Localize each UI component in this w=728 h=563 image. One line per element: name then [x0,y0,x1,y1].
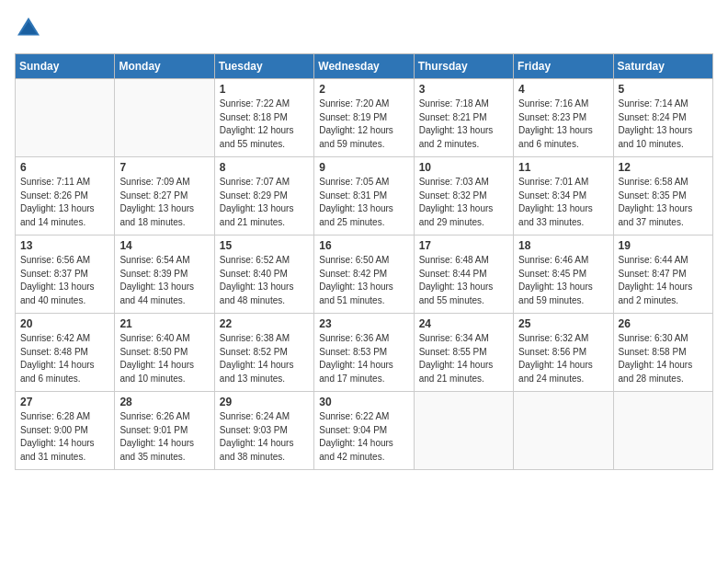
calendar-cell: 20Sunrise: 6:42 AM Sunset: 8:48 PM Dayli… [16,314,115,392]
calendar-cell [613,392,712,470]
day-number: 22 [220,317,309,330]
calendar-cell: 26Sunrise: 6:30 AM Sunset: 8:58 PM Dayli… [613,314,712,392]
day-number: 20 [20,317,109,330]
day-number: 7 [119,161,209,174]
calendar-cell: 28Sunrise: 6:26 AM Sunset: 9:01 PM Dayli… [115,392,214,470]
day-number: 16 [319,239,408,252]
logo [15,15,46,42]
day-number: 6 [20,161,109,174]
day-number: 9 [319,161,408,174]
day-info: Sunrise: 6:52 AM Sunset: 8:40 PM Dayligh… [220,254,309,307]
calendar-week-3: 20Sunrise: 6:42 AM Sunset: 8:48 PM Dayli… [16,314,713,392]
calendar-cell: 11Sunrise: 7:01 AM Sunset: 8:34 PM Dayli… [514,157,613,236]
calendar-cell: 6Sunrise: 7:11 AM Sunset: 8:26 PM Daylig… [16,157,115,236]
calendar-cell: 29Sunrise: 6:24 AM Sunset: 9:03 PM Dayli… [214,392,313,470]
day-number: 30 [319,396,408,408]
calendar-cell: 12Sunrise: 6:58 AM Sunset: 8:35 PM Dayli… [613,157,712,236]
day-number: 2 [319,83,408,96]
day-number: 8 [220,161,309,174]
col-header-monday: Monday [115,54,214,79]
calendar-cell: 2Sunrise: 7:20 AM Sunset: 8:19 PM Daylig… [314,79,414,157]
day-number: 1 [220,83,309,96]
day-info: Sunrise: 7:03 AM Sunset: 8:32 PM Dayligh… [419,176,508,229]
calendar-cell: 16Sunrise: 6:50 AM Sunset: 8:42 PM Dayli… [314,236,414,314]
day-info: Sunrise: 7:11 AM Sunset: 8:26 PM Dayligh… [20,176,109,229]
calendar-cell [16,79,115,157]
day-info: Sunrise: 7:07 AM Sunset: 8:29 PM Dayligh… [220,176,309,229]
col-header-sunday: Sunday [16,54,115,79]
calendar-cell: 13Sunrise: 6:56 AM Sunset: 8:37 PM Dayli… [16,236,115,314]
day-info: Sunrise: 6:58 AM Sunset: 8:35 PM Dayligh… [619,176,708,229]
day-number: 29 [220,396,309,408]
col-header-thursday: Thursday [414,54,513,79]
day-number: 13 [20,239,109,252]
day-info: Sunrise: 6:46 AM Sunset: 8:45 PM Dayligh… [518,254,608,307]
logo-icon [15,15,42,42]
calendar-cell: 23Sunrise: 6:36 AM Sunset: 8:53 PM Dayli… [314,314,414,392]
day-info: Sunrise: 7:18 AM Sunset: 8:21 PM Dayligh… [419,98,508,151]
calendar-cell: 25Sunrise: 6:32 AM Sunset: 8:56 PM Dayli… [514,314,613,392]
day-info: Sunrise: 6:28 AM Sunset: 9:00 PM Dayligh… [20,410,109,464]
calendar-cell [414,392,513,470]
calendar-cell: 15Sunrise: 6:52 AM Sunset: 8:40 PM Dayli… [214,236,313,314]
day-number: 10 [419,161,508,174]
day-info: Sunrise: 6:50 AM Sunset: 8:42 PM Dayligh… [319,254,408,307]
calendar-cell [115,79,214,157]
calendar-cell: 17Sunrise: 6:48 AM Sunset: 8:44 PM Dayli… [414,236,513,314]
calendar-cell: 1Sunrise: 7:22 AM Sunset: 8:18 PM Daylig… [214,79,313,157]
day-info: Sunrise: 7:09 AM Sunset: 8:27 PM Dayligh… [119,176,209,229]
day-info: Sunrise: 6:40 AM Sunset: 8:50 PM Dayligh… [119,332,209,385]
calendar-cell: 7Sunrise: 7:09 AM Sunset: 8:27 PM Daylig… [115,157,214,236]
header-row: SundayMondayTuesdayWednesdayThursdayFrid… [16,54,713,79]
day-number: 25 [518,317,608,330]
day-info: Sunrise: 6:42 AM Sunset: 8:48 PM Dayligh… [20,332,109,385]
day-info: Sunrise: 6:56 AM Sunset: 8:37 PM Dayligh… [20,254,109,307]
day-number: 23 [319,317,408,330]
day-number: 19 [619,239,708,252]
calendar-cell: 5Sunrise: 7:14 AM Sunset: 8:24 PM Daylig… [613,79,712,157]
day-info: Sunrise: 7:05 AM Sunset: 8:31 PM Dayligh… [319,176,408,229]
day-number: 27 [20,396,109,408]
calendar-cell [514,392,613,470]
calendar-cell: 22Sunrise: 6:38 AM Sunset: 8:52 PM Dayli… [214,314,313,392]
day-number: 17 [419,239,508,252]
calendar-cell: 18Sunrise: 6:46 AM Sunset: 8:45 PM Dayli… [514,236,613,314]
calendar-cell: 21Sunrise: 6:40 AM Sunset: 8:50 PM Dayli… [115,314,214,392]
day-info: Sunrise: 6:26 AM Sunset: 9:01 PM Dayligh… [119,410,209,464]
calendar-cell: 14Sunrise: 6:54 AM Sunset: 8:39 PM Dayli… [115,236,214,314]
calendar-cell: 24Sunrise: 6:34 AM Sunset: 8:55 PM Dayli… [414,314,513,392]
day-info: Sunrise: 6:24 AM Sunset: 9:03 PM Dayligh… [220,410,309,464]
day-number: 12 [619,161,708,174]
calendar-cell: 8Sunrise: 7:07 AM Sunset: 8:29 PM Daylig… [214,157,313,236]
calendar-week-1: 6Sunrise: 7:11 AM Sunset: 8:26 PM Daylig… [16,157,713,236]
col-header-wednesday: Wednesday [314,54,414,79]
day-number: 24 [419,317,508,330]
col-header-friday: Friday [514,54,613,79]
col-header-saturday: Saturday [613,54,712,79]
calendar-week-0: 1Sunrise: 7:22 AM Sunset: 8:18 PM Daylig… [16,79,713,157]
calendar-cell: 10Sunrise: 7:03 AM Sunset: 8:32 PM Dayli… [414,157,513,236]
day-number: 21 [119,317,209,330]
day-number: 15 [220,239,309,252]
calendar-table: SundayMondayTuesdayWednesdayThursdayFrid… [15,53,713,470]
day-number: 11 [518,161,608,174]
day-info: Sunrise: 6:22 AM Sunset: 9:04 PM Dayligh… [319,410,408,464]
day-number: 18 [518,239,608,252]
calendar-cell: 30Sunrise: 6:22 AM Sunset: 9:04 PM Dayli… [314,392,414,470]
col-header-tuesday: Tuesday [214,54,313,79]
day-info: Sunrise: 6:54 AM Sunset: 8:39 PM Dayligh… [119,254,209,307]
page-header [15,15,713,42]
day-number: 4 [518,83,608,96]
calendar-cell: 9Sunrise: 7:05 AM Sunset: 8:31 PM Daylig… [314,157,414,236]
day-info: Sunrise: 6:34 AM Sunset: 8:55 PM Dayligh… [419,332,508,385]
day-number: 28 [119,396,209,408]
calendar-cell: 3Sunrise: 7:18 AM Sunset: 8:21 PM Daylig… [414,79,513,157]
day-info: Sunrise: 6:44 AM Sunset: 8:47 PM Dayligh… [619,254,708,307]
day-info: Sunrise: 6:30 AM Sunset: 8:58 PM Dayligh… [619,332,708,385]
day-info: Sunrise: 7:16 AM Sunset: 8:23 PM Dayligh… [518,98,608,151]
day-info: Sunrise: 6:48 AM Sunset: 8:44 PM Dayligh… [419,254,508,307]
day-info: Sunrise: 7:01 AM Sunset: 8:34 PM Dayligh… [518,176,608,229]
day-number: 3 [419,83,508,96]
day-info: Sunrise: 7:20 AM Sunset: 8:19 PM Dayligh… [319,98,408,151]
calendar-week-4: 27Sunrise: 6:28 AM Sunset: 9:00 PM Dayli… [16,392,713,470]
